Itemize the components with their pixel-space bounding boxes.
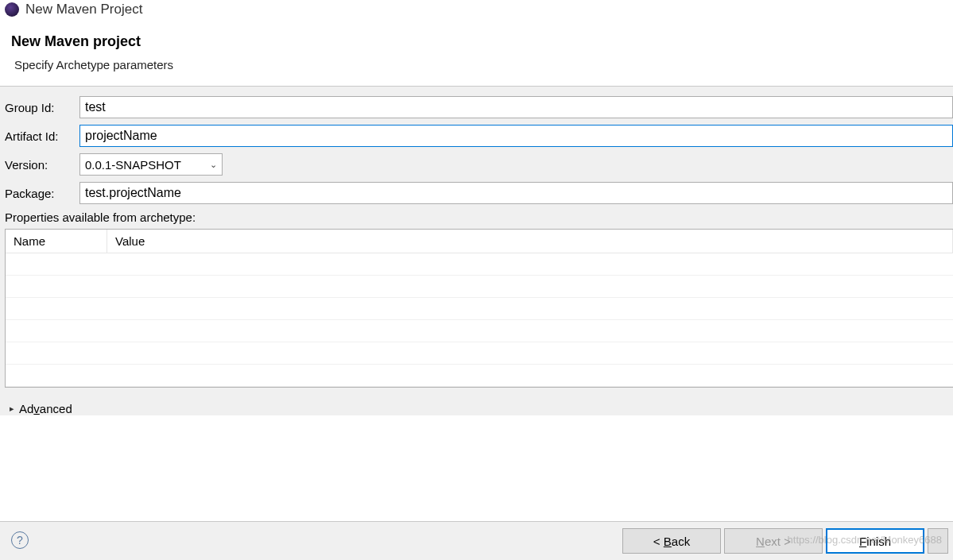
next-button: Next > bbox=[724, 528, 823, 554]
advanced-toggle[interactable]: ▸ Advanced bbox=[10, 402, 72, 415]
eclipse-icon bbox=[5, 2, 19, 17]
row-group-id: Group Id: bbox=[5, 96, 953, 118]
properties-table[interactable]: Name Value bbox=[5, 229, 953, 388]
row-version: Version: 0.0.1-SNAPSHOT ⌄ bbox=[5, 153, 953, 176]
package-input[interactable] bbox=[79, 182, 953, 204]
row-artifact-id: Artifact Id: bbox=[5, 125, 953, 147]
titlebar: New Maven Project bbox=[0, 0, 953, 24]
back-button[interactable]: < Back bbox=[622, 528, 721, 554]
group-id-input[interactable] bbox=[79, 96, 953, 118]
page-title: New Maven project bbox=[11, 33, 942, 50]
table-row bbox=[6, 253, 953, 276]
properties-label: Properties available from archetype: bbox=[5, 210, 953, 224]
wizard-header: New Maven project Specify Archetype para… bbox=[0, 24, 953, 86]
version-combo[interactable]: 0.0.1-SNAPSHOT ⌄ bbox=[79, 153, 223, 176]
window-title: New Maven Project bbox=[25, 2, 142, 17]
advanced-label: Advanced bbox=[19, 402, 72, 415]
table-header: Name Value bbox=[6, 230, 953, 253]
expand-icon: ▸ bbox=[10, 404, 14, 414]
button-bar: < Back Next > Finish bbox=[0, 522, 953, 560]
table-row bbox=[6, 342, 953, 365]
chevron-down-icon: ⌄ bbox=[204, 160, 222, 170]
page-subtitle: Specify Archetype parameters bbox=[14, 58, 942, 71]
form-area: Group Id: Artifact Id: Version: 0.0.1-SN… bbox=[0, 87, 953, 415]
row-package: Package: bbox=[5, 182, 953, 204]
group-id-label: Group Id: bbox=[5, 101, 79, 114]
help-icon[interactable]: ? bbox=[11, 531, 29, 549]
partial-button[interactable] bbox=[928, 528, 948, 554]
table-row bbox=[6, 298, 953, 320]
artifact-id-label: Artifact Id: bbox=[5, 129, 79, 143]
artifact-id-input[interactable] bbox=[79, 125, 953, 147]
version-label: Version: bbox=[5, 158, 79, 172]
col-value[interactable]: Value bbox=[107, 230, 953, 253]
table-row bbox=[6, 365, 953, 387]
package-label: Package: bbox=[5, 187, 79, 200]
col-name[interactable]: Name bbox=[6, 230, 107, 253]
wizard-footer: ? < Back Next > Finish bbox=[0, 521, 953, 560]
table-row bbox=[6, 320, 953, 342]
version-value: 0.0.1-SNAPSHOT bbox=[80, 156, 204, 173]
finish-button[interactable]: Finish bbox=[826, 528, 924, 554]
table-row bbox=[6, 276, 953, 298]
